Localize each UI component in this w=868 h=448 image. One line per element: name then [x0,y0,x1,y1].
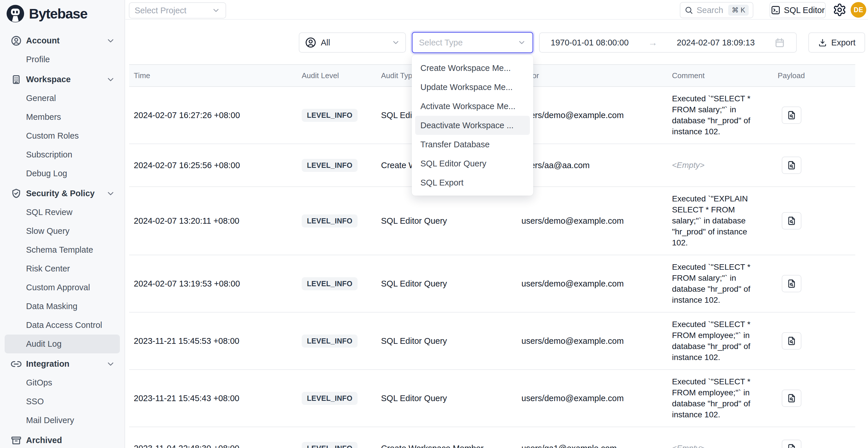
search-icon [684,6,693,14]
cell-time: 2024-02-07 13:19:53 +08:00 [129,279,302,289]
payload-view-button[interactable] [782,389,801,407]
search-input[interactable]: Search ⌘ K [680,2,753,18]
logo[interactable]: Bytebase [6,4,87,23]
payload-view-button[interactable] [782,440,801,448]
sidebar-item-custom-roles[interactable]: Custom Roles [5,126,120,145]
cell-actor: users/demo@example.com [521,279,672,289]
sidebar-group-archived[interactable]: Archived [5,431,120,448]
cell-audit-level: LEVEL_INFO [302,334,381,348]
menu-item-deactivate-workspace[interactable]: Deactivate Workspace ... [415,116,530,135]
cell-comment: Executed `"SELECT * FROM salary;"` in da… [672,93,762,137]
chevron-down-icon [392,38,400,47]
payload-view-button[interactable] [782,212,801,229]
cell-audit-type: SQL Editor Query [381,336,521,346]
sql-editor-button[interactable]: SQL Editor [770,2,826,18]
date-range-picker[interactable]: 1970-01-01 08:00:00 → 2024-02-07 18:09:1… [539,32,797,53]
cell-audit-level: LEVEL_INFO [302,159,381,172]
payload-view-button[interactable] [782,106,801,124]
menu-item-activate-workspace-me[interactable]: Activate Workspace Me... [415,97,530,116]
menu-item-sql-export[interactable]: SQL Export [415,173,530,192]
cell-actor: users/demo@example.com [521,216,672,226]
topbar-divider [125,19,868,20]
cell-audit-type: SQL Editor Query [381,216,521,226]
sidebar-item-audit-log[interactable]: Audit Log [5,334,120,353]
export-label: Export [831,38,856,47]
sidebar-item-profile[interactable]: Profile [5,50,120,69]
menu-item-create-workspace-me[interactable]: Create Workspace Me... [415,59,530,77]
sidebar-item-members[interactable]: Members [5,108,120,126]
sidebar-item-data-masking[interactable]: Data Masking [5,297,120,316]
col-header-payload: Payload [778,71,855,80]
sidebar-item-sso[interactable]: SSO [5,392,120,411]
menu-item-update-workspace-me[interactable]: Update Workspace Me... [415,77,530,97]
sidebar-item-general[interactable]: General [5,89,120,108]
user-circle-icon [10,35,22,46]
cell-actor: users/qa1@example.com [521,444,672,448]
level-badge: LEVEL_INFO [302,392,358,405]
cell-comment: Executed `"SELECT * FROM employee;"` in … [672,319,762,363]
sidebar-item-schema-template[interactable]: Schema Template [5,241,120,259]
sidebar: Bytebase AccountProfileWorkspaceGeneralM… [0,0,125,448]
cell-payload [778,106,855,124]
chevron-down-icon [106,189,115,198]
export-button[interactable]: Export [808,32,865,53]
link-icon [10,358,22,370]
chevron-down-icon [106,36,115,45]
cell-payload [778,275,855,292]
cell-time: 2024-02-07 16:25:56 +08:00 [129,161,302,170]
cell-comment: Executed `"SELECT * FROM salary;"` in da… [672,262,762,306]
table-row: 2023-11-21 15:45:43 +08:00LEVEL_INFOSQL … [129,370,855,427]
sidebar-item-custom-approval[interactable]: Custom Approval [5,278,120,297]
user-circle-icon [305,36,317,49]
cell-actor: users/aa@aa.com [521,161,672,170]
sidebar-group-account[interactable]: Account [5,31,120,50]
download-icon [818,38,827,47]
col-header-time: Time [129,71,302,80]
sidebar-nav: AccountProfileWorkspaceGeneralMembersCus… [0,31,124,448]
bytebase-logo-icon [6,4,25,23]
level-badge: LEVEL_INFO [302,277,358,290]
sidebar-item-slow-query[interactable]: Slow Query [5,222,120,241]
brand-name: Bytebase [29,6,87,22]
cell-audit-type: SQL Editor Query [381,393,521,403]
cell-actor: users/demo@example.com [521,336,672,346]
cell-audit-type: Create Workspace Member [381,444,521,448]
sidebar-item-risk-center[interactable]: Risk Center [5,259,120,278]
cell-time: 2024-02-07 16:27:26 +08:00 [129,110,302,120]
payload-view-button[interactable] [782,275,801,292]
menu-item-transfer-database[interactable]: Transfer Database [415,135,530,154]
cell-payload [778,389,855,407]
actor-filter-value: All [321,38,388,47]
cell-audit-type: SQL Editor Query [381,279,521,289]
chevron-down-icon [517,38,526,47]
sidebar-item-mail-delivery[interactable]: Mail Delivery [5,411,120,430]
type-filter-select[interactable]: Select Type [412,32,533,53]
cell-time: 2023-11-21 15:45:43 +08:00 [129,393,302,403]
building-icon [10,74,22,85]
cell-time: 2023-11-21 15:45:53 +08:00 [129,336,302,346]
gear-icon[interactable] [833,3,846,17]
payload-view-button[interactable] [782,157,801,174]
level-badge: LEVEL_INFO [302,334,358,348]
cell-comment: <Empty> [672,160,762,171]
sidebar-item-subscription[interactable]: Subscription [5,145,120,164]
sidebar-item-gitops[interactable]: GitOps [5,373,120,392]
shield-check-icon [10,188,22,199]
project-select[interactable]: Select Project [129,2,226,19]
sidebar-item-sql-review[interactable]: SQL Review [5,203,120,222]
payload-view-button[interactable] [782,332,801,350]
cell-comment: Executed `"EXPLAIN SELECT * FROM salary;… [672,193,762,248]
archive-icon [10,435,22,446]
cell-time: 2023-11-04 22:48:30 +08:00 [129,444,302,448]
sidebar-group-security-policy[interactable]: Security & Policy [5,184,120,203]
actor-filter-select[interactable]: All [299,32,406,53]
avatar[interactable]: DE [850,2,866,18]
col-header-actor: Actor [521,71,672,80]
cell-payload [778,332,855,350]
sidebar-group-integration[interactable]: Integration [5,354,120,373]
sidebar-item-debug-log[interactable]: Debug Log [5,164,120,183]
col-header-audit-level: Audit Level [302,71,381,80]
menu-item-sql-editor-query[interactable]: SQL Editor Query [415,154,530,173]
sidebar-item-data-access-control[interactable]: Data Access Control [5,316,120,334]
sidebar-group-workspace[interactable]: Workspace [5,70,120,89]
